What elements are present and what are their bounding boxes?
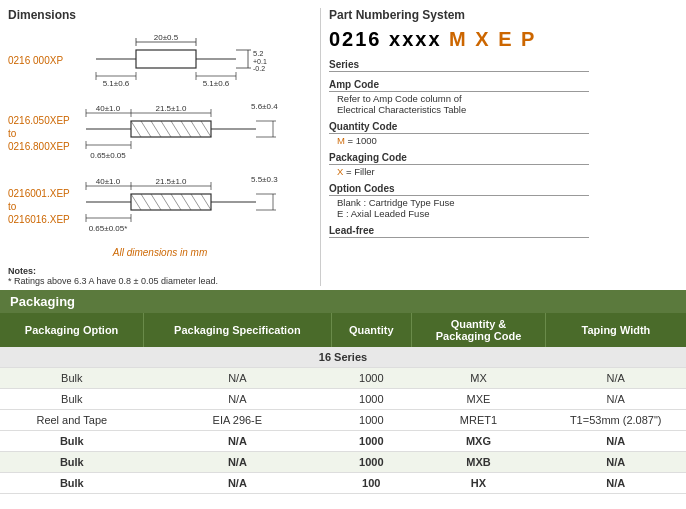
cell-code: HX xyxy=(412,473,546,494)
svg-line-50 xyxy=(151,194,161,210)
svg-line-29 xyxy=(201,121,211,137)
svg-line-54 xyxy=(191,194,201,210)
th-qty-pkg-code: Quantity &Packaging Code xyxy=(412,313,546,347)
cell-qty: 1000 xyxy=(331,410,411,431)
table-header-row: Packaging Option Packaging Specification… xyxy=(0,313,686,347)
cell-spec: N/A xyxy=(144,473,331,494)
pn-label-series: Series xyxy=(329,59,589,72)
svg-line-48 xyxy=(131,194,141,210)
notes-section: Notes: * Ratings above 6.3 A have 0.8 ± … xyxy=(8,266,312,286)
th-taping-width: Taping Width xyxy=(545,313,686,347)
part-numbering-title: Part Numbering System xyxy=(329,8,678,22)
dim-label-3: 0216001.XEPto0216016.XEP xyxy=(8,187,76,226)
main-container: Dimensions 0216 000XP xyxy=(0,0,686,494)
dim-row-2: 0216.050XEPto0216.800XEP xyxy=(8,101,312,166)
pn-label-optioncodes: Option Codes xyxy=(329,183,589,196)
dimensions-title: Dimensions xyxy=(8,8,312,22)
all-dims-note: All dimensions in mm xyxy=(8,247,312,258)
top-section: Dimensions 0216 000XP xyxy=(0,0,686,290)
packaging-table: Packaging Option Packaging Specification… xyxy=(0,313,686,494)
svg-line-23 xyxy=(141,121,151,137)
pn-desc-ampcode: Refer to Amp Code column ofElectrical Ch… xyxy=(337,93,678,115)
table-row: Bulk N/A 1000 MXB N/A xyxy=(0,452,686,473)
svg-rect-0 xyxy=(136,50,196,68)
cell-qty: 1000 xyxy=(331,368,411,389)
dim-row-3: 0216001.XEPto0216016.XEP xyxy=(8,174,312,239)
dim-label-1: 0216 000XP xyxy=(8,54,76,67)
cell-qty: 1000 xyxy=(331,389,411,410)
cell-taping: N/A xyxy=(545,368,686,389)
table-row: Bulk N/A 1000 MXG N/A xyxy=(0,431,686,452)
pn-label-leadfree: Lead-free xyxy=(329,225,589,238)
dimensions-panel: Dimensions 0216 000XP xyxy=(0,8,320,286)
svg-text:5.5±0.3: 5.5±0.3 xyxy=(251,175,278,184)
packaging-header: Packaging xyxy=(0,290,686,313)
svg-line-52 xyxy=(171,194,181,210)
pn-desc-qtycode: M = 1000 xyxy=(337,135,678,146)
svg-text:-0.2: -0.2 xyxy=(253,65,265,72)
cell-spec: EIA 296-E xyxy=(144,410,331,431)
cell-code: MRET1 xyxy=(412,410,546,431)
svg-text:21.5±1.0: 21.5±1.0 xyxy=(155,104,187,113)
th-quantity: Quantity xyxy=(331,313,411,347)
cell-option: Reel and Tape xyxy=(0,410,144,431)
svg-text:20±0.5: 20±0.5 xyxy=(154,33,179,42)
cell-taping: N/A xyxy=(545,473,686,494)
part-numbering-panel: Part Numbering System 0216 xxxx M X E P … xyxy=(320,8,686,286)
pn-item-ampcode: Amp Code Refer to Amp Code column ofElec… xyxy=(329,79,678,115)
dim-label-2: 0216.050XEPto0216.800XEP xyxy=(8,114,76,153)
svg-text:40±1.0: 40±1.0 xyxy=(96,104,121,113)
cell-spec: N/A xyxy=(144,452,331,473)
svg-text:21.5±1.0: 21.5±1.0 xyxy=(155,177,187,186)
svg-line-27 xyxy=(181,121,191,137)
cell-taping: T1=53mm (2.087") xyxy=(545,410,686,431)
table-row: Bulk N/A 1000 MXE N/A xyxy=(0,389,686,410)
svg-line-26 xyxy=(171,121,181,137)
pn-desc-optioncodes: Blank : Cartridge Type FuseE : Axial Lea… xyxy=(337,197,678,219)
pn-0216: 0216 xxxx xyxy=(329,28,449,50)
cell-taping: N/A xyxy=(545,431,686,452)
cell-taping: N/A xyxy=(545,452,686,473)
cell-qty: 1000 xyxy=(331,431,411,452)
svg-text:0.65±0.05*: 0.65±0.05* xyxy=(89,224,128,233)
svg-text:40±1.0: 40±1.0 xyxy=(96,177,121,186)
th-packaging-option: Packaging Option xyxy=(0,313,144,347)
svg-rect-47 xyxy=(131,194,211,210)
cell-option: Bulk xyxy=(0,473,144,494)
cell-spec: N/A xyxy=(144,389,331,410)
cell-qty: 100 xyxy=(331,473,411,494)
part-number-display: 0216 xxxx M X E P xyxy=(329,28,678,51)
cell-qty: 1000 xyxy=(331,452,411,473)
dim-row-1: 0216 000XP 20±0.5 xyxy=(8,28,312,93)
pn-mxep: M X E P xyxy=(449,28,536,50)
table-row: Bulk N/A 100 HX N/A xyxy=(0,473,686,494)
cell-spec: N/A xyxy=(144,368,331,389)
cell-code: MXB xyxy=(412,452,546,473)
series-header-row: 16 Series xyxy=(0,347,686,368)
notes-item-1: * Ratings above 6.3 A have 0.8 ± 0.05 di… xyxy=(8,276,218,286)
svg-line-25 xyxy=(161,121,171,137)
dim-diagram-3: 40±1.0 21.5±1.0 5.5±0.3 xyxy=(76,174,312,239)
svg-line-22 xyxy=(131,121,141,137)
pn-table: Series Amp Code Refer to Amp Code column… xyxy=(329,59,678,243)
cell-option: Bulk xyxy=(0,389,144,410)
th-packaging-spec: Packaging Specification xyxy=(144,313,331,347)
pn-label-ampcode: Amp Code xyxy=(329,79,589,92)
svg-text:5.2: 5.2 xyxy=(253,49,263,58)
notes-title: Notes: xyxy=(8,266,36,276)
svg-line-24 xyxy=(151,121,161,137)
svg-line-55 xyxy=(201,194,211,210)
cell-code: MXE xyxy=(412,389,546,410)
cell-option: Bulk xyxy=(0,452,144,473)
table-row: Reel and Tape EIA 296-E 1000 MRET1 T1=53… xyxy=(0,410,686,431)
cell-spec: N/A xyxy=(144,431,331,452)
svg-line-53 xyxy=(181,194,191,210)
pn-item-series: Series xyxy=(329,59,678,73)
svg-line-49 xyxy=(141,194,151,210)
pn-item-leadfree: Lead-free xyxy=(329,225,678,239)
cell-option: Bulk xyxy=(0,431,144,452)
svg-text:+0.1: +0.1 xyxy=(253,58,267,65)
svg-text:5.1±0.6: 5.1±0.6 xyxy=(203,79,230,88)
svg-rect-21 xyxy=(131,121,211,137)
dim-diagram-1: 20±0.5 5.2 +0.1 -0.2 5.1±0.6 xyxy=(76,28,312,93)
